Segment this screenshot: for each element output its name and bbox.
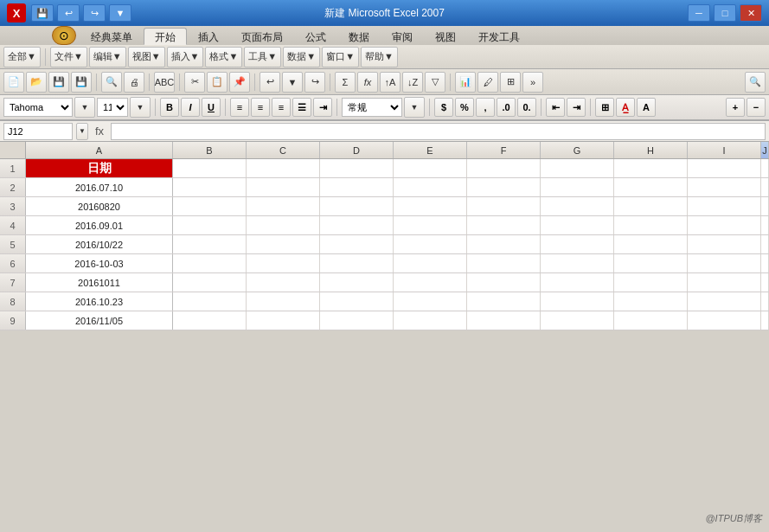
toolbar-data[interactable]: 数据▼ xyxy=(283,47,320,67)
cell-J2[interactable] xyxy=(761,178,769,196)
cell-J5[interactable] xyxy=(761,235,769,253)
cell-F2[interactable] xyxy=(467,178,541,196)
tab-developer[interactable]: 开发工具 xyxy=(467,28,531,45)
cell-J7[interactable] xyxy=(761,273,769,292)
cell-G2[interactable] xyxy=(541,178,614,196)
font-size-select[interactable]: 11 xyxy=(97,98,128,117)
cell-H6[interactable] xyxy=(614,254,688,272)
fx-btn[interactable]: fx xyxy=(357,72,378,93)
formula-input[interactable] xyxy=(111,123,766,140)
cell-G4[interactable] xyxy=(541,216,614,234)
tab-view[interactable]: 视图 xyxy=(424,28,467,45)
cell-C2[interactable] xyxy=(247,178,320,196)
cell-H8[interactable] xyxy=(614,292,688,311)
name-box[interactable]: J12 xyxy=(3,123,73,140)
cell-B2[interactable] xyxy=(173,178,247,196)
close-btn[interactable]: ✕ xyxy=(740,4,762,22)
cell-A4[interactable]: 2016.09.01 xyxy=(26,216,173,234)
cell-F4[interactable] xyxy=(467,216,541,234)
qs-undo-btn[interactable]: ↩ xyxy=(57,4,80,22)
align-center-btn[interactable]: ≡ xyxy=(251,98,270,117)
cell-F6[interactable] xyxy=(467,254,541,272)
cell-B8[interactable] xyxy=(173,292,247,311)
tab-home[interactable]: 开始 xyxy=(144,28,187,45)
office-button[interactable]: ⊙ xyxy=(52,26,76,45)
font-family-select[interactable]: Tahoma xyxy=(3,98,73,117)
cell-J9[interactable] xyxy=(761,311,769,330)
cell-D7[interactable] xyxy=(320,273,394,292)
cell-D9[interactable] xyxy=(320,311,394,330)
col-header-h[interactable]: H xyxy=(614,142,688,158)
align-left-btn[interactable]: ≡ xyxy=(230,98,249,117)
cell-G5[interactable] xyxy=(541,235,614,253)
cell-B5[interactable] xyxy=(173,235,247,253)
cell-F3[interactable] xyxy=(467,197,541,215)
cell-H3[interactable] xyxy=(614,197,688,215)
col-header-c[interactable]: C xyxy=(247,142,320,158)
paste-btn[interactable]: 📌 xyxy=(229,72,250,93)
redo-btn2[interactable]: ↪ xyxy=(304,72,325,93)
font-color-btn[interactable]: A xyxy=(637,98,656,117)
col-header-j[interactable]: J xyxy=(761,142,769,158)
cell-B7[interactable] xyxy=(173,273,247,292)
chart-btn[interactable]: 📊 xyxy=(455,72,476,93)
cell-A6[interactable]: 2016-10-03 xyxy=(26,254,173,272)
currency-btn[interactable]: $ xyxy=(434,98,453,117)
border-format-btn[interactable]: ⊞ xyxy=(595,98,614,117)
col-header-i[interactable]: I xyxy=(688,142,761,158)
cell-F8[interactable] xyxy=(467,292,541,311)
cell-C4[interactable] xyxy=(247,216,320,234)
toolbar-format[interactable]: 格式▼ xyxy=(205,47,242,67)
save-as-btn[interactable]: 💾 xyxy=(71,72,92,93)
cell-E2[interactable] xyxy=(394,178,467,196)
cell-E4[interactable] xyxy=(394,216,467,234)
cell-G7[interactable] xyxy=(541,273,614,292)
cell-J3[interactable] xyxy=(761,197,769,215)
toolbar-insert[interactable]: 插入▼ xyxy=(167,47,204,67)
save-btn[interactable]: 💾 xyxy=(48,72,69,93)
cell-A2[interactable]: 2016.07.10 xyxy=(26,178,173,196)
cell-D5[interactable] xyxy=(320,235,394,253)
copy-btn[interactable]: 📋 xyxy=(207,72,227,93)
fill-color-btn[interactable]: A̲ xyxy=(616,98,635,117)
bold-btn[interactable]: B xyxy=(160,98,179,117)
cell-I4[interactable] xyxy=(688,216,761,234)
tab-insert[interactable]: 插入 xyxy=(187,28,230,45)
col-header-b[interactable]: B xyxy=(173,142,247,158)
cell-E8[interactable] xyxy=(394,292,467,311)
cell-E7[interactable] xyxy=(394,273,467,292)
cell-G3[interactable] xyxy=(541,197,614,215)
filter-btn[interactable]: ▽ xyxy=(425,72,445,93)
cell-H9[interactable] xyxy=(614,311,688,330)
cell-I7[interactable] xyxy=(688,273,761,292)
toolbar-tools[interactable]: 工具▼ xyxy=(244,47,281,67)
cell-G8[interactable] xyxy=(541,292,614,311)
number-style-select[interactable]: 常规 xyxy=(342,98,402,117)
zoom-in-btn[interactable]: + xyxy=(726,98,745,117)
cell-H5[interactable] xyxy=(614,235,688,253)
comma-btn[interactable]: , xyxy=(476,98,495,117)
cell-A5[interactable]: 2016/10/22 xyxy=(26,235,173,253)
cell-C5[interactable] xyxy=(247,235,320,253)
undo-btn2[interactable]: ↩ xyxy=(260,72,280,93)
minimize-btn[interactable]: ─ xyxy=(688,4,710,22)
dec-dec-btn[interactable]: 0. xyxy=(517,98,536,117)
toolbar-help[interactable]: 帮助▼ xyxy=(361,47,398,67)
cell-H4[interactable] xyxy=(614,216,688,234)
cell-B3[interactable] xyxy=(173,197,247,215)
zoom-btn[interactable]: 🔍 xyxy=(745,72,766,93)
cell-E6[interactable] xyxy=(394,254,467,272)
style-dropdown[interactable]: ▼ xyxy=(404,97,425,118)
cell-D3[interactable] xyxy=(320,197,394,215)
cell-I3[interactable] xyxy=(688,197,761,215)
cell-J4[interactable] xyxy=(761,216,769,234)
indent-btn2[interactable]: ⇥ xyxy=(567,98,586,117)
cell-G1[interactable] xyxy=(541,159,614,177)
col-header-a[interactable]: A xyxy=(26,142,173,158)
toolbar-view[interactable]: 视图▼ xyxy=(128,47,165,67)
cell-H7[interactable] xyxy=(614,273,688,292)
cell-C9[interactable] xyxy=(247,311,320,330)
underline-btn[interactable]: U xyxy=(202,98,221,117)
cell-I5[interactable] xyxy=(688,235,761,253)
cell-E3[interactable] xyxy=(394,197,467,215)
